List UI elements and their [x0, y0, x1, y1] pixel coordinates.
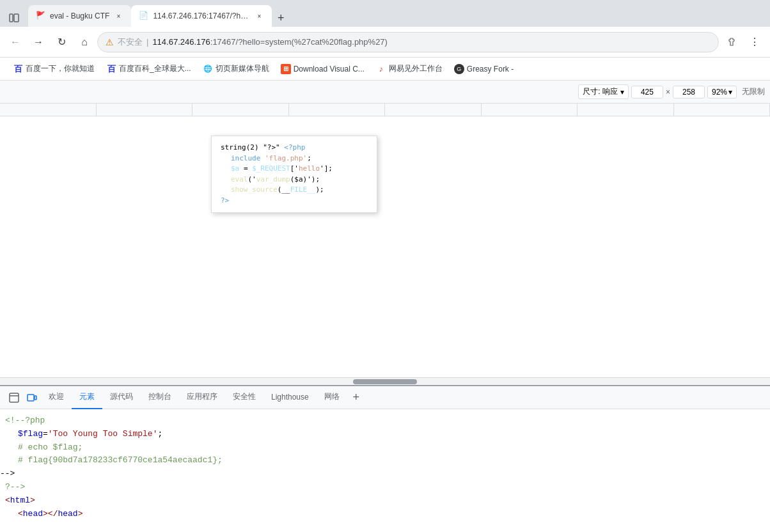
tab-favicon-1: 🚩	[36, 11, 46, 21]
tab-close-2[interactable]: ×	[254, 11, 264, 21]
ruler-seg-3	[192, 104, 289, 116]
bookmark-visual[interactable]: ⊞ Download Visual C...	[276, 61, 370, 77]
horizontal-scrollbar[interactable]	[0, 377, 770, 385]
tab-title-1: eval - Bugku CTF	[50, 12, 109, 20]
bookmark-netease[interactable]: ♪ 网易见外工作台	[371, 61, 448, 77]
ruler-seg-6	[482, 104, 578, 116]
forward-button[interactable]: →	[28, 32, 49, 52]
code-line-5: ?-->	[0, 481, 770, 494]
tab-bar-left	[0, 9, 28, 27]
zoom-percent: 92%	[712, 88, 727, 97]
tab-security[interactable]: 安全性	[225, 386, 263, 409]
menu-button[interactable]: ⋮	[744, 32, 765, 52]
chevron-down-icon: ▾	[620, 88, 624, 97]
code-var-flag: $flag	[18, 428, 43, 441]
scrollbar-thumb[interactable]	[353, 379, 417, 384]
browser-window: 🚩 eval - Bugku CTF × 📄 114.67.246.176:17…	[0, 0, 770, 532]
tab-network-label: 网络	[324, 391, 340, 402]
tab-bar: 🚩 eval - Bugku CTF × 📄 114.67.246.176:17…	[0, 0, 770, 27]
url-display: 114.67.246.176:17467/?hello=system(%27ca…	[152, 37, 388, 47]
ruler-seg-5	[385, 104, 482, 116]
tab-network[interactable]: 网络	[317, 386, 347, 409]
tab-welcome[interactable]: 欢迎	[41, 386, 72, 409]
navigation-bar: ← → ↻ ⌂ ⚠ 不安全 | 114.67.246.176:17467/?he…	[0, 27, 770, 58]
device-toolbar-icon[interactable]	[23, 389, 41, 407]
home-button[interactable]: ⌂	[74, 32, 95, 52]
viewport-area: string(2) "?>" <?php include 'flag.php';…	[0, 116, 770, 385]
svg-rect-3	[28, 395, 34, 401]
tab-elements[interactable]: 元素	[72, 386, 102, 409]
code-html-close-bracket: >	[30, 494, 35, 508]
tab-console[interactable]: 控制台	[141, 386, 179, 409]
code-popup-line3: $a = $_REQUEST['hello'];	[221, 164, 368, 175]
width-input[interactable]	[631, 86, 663, 98]
bookmark-label-baidu-search: 百度一下，你就知道	[26, 63, 95, 74]
tab-ip[interactable]: 📄 114.67.246.176:17467/?hello=sys... ×	[131, 5, 272, 27]
back-button[interactable]: ←	[5, 32, 26, 52]
tab-console-label: 控制台	[148, 391, 171, 402]
code-line-4: # flag{90bd7a178233cf6770ce1a54aecaadc1}…	[0, 454, 770, 467]
code-popup-line2: include 'flag.php';	[221, 153, 368, 164]
code-popup: string(2) "?>" <?php include 'flag.php';…	[211, 136, 377, 213]
svg-rect-4	[35, 396, 36, 400]
code-line-1: <!--?php	[0, 414, 770, 428]
code-popup-line5: show_source(__FILE__);	[221, 185, 368, 196]
devtools-code-panel: <!--?php $flag = 'Too Young Too Simple' …	[0, 409, 770, 532]
tab-eval-bugku[interactable]: 🚩 eval - Bugku CTF ×	[28, 5, 131, 27]
ruler-seg-1	[0, 104, 97, 116]
tab-welcome-label: 欢迎	[49, 391, 64, 402]
tab-source[interactable]: 源代码	[102, 386, 141, 409]
bookmark-greasyfork[interactable]: G Greasy Fork -	[449, 61, 519, 77]
refresh-button[interactable]: ↻	[51, 32, 72, 52]
code-type: string(2) "?>"	[221, 143, 284, 152]
svg-rect-2	[10, 393, 19, 402]
bookmark-favicon-greasyfork: G	[454, 64, 464, 74]
tab-application-label: 应用程序	[187, 391, 217, 402]
bookmark-favicon-netease: ♪	[376, 64, 386, 74]
bookmark-favicon-baidu-search: 百	[13, 64, 23, 74]
code-comment-close: ?-->	[5, 481, 25, 494]
bookmark-baidu-search[interactable]: 百 百度一下，你就知道	[8, 61, 100, 77]
bookmark-baidu-wiki[interactable]: 百 百度百科_全球最大...	[101, 61, 196, 77]
ruler-seg-8	[674, 104, 771, 116]
height-input[interactable]	[673, 86, 705, 98]
extensions-button[interactable]	[721, 32, 742, 52]
security-icon: ⚠	[106, 37, 114, 47]
ruler-seg-4	[289, 104, 386, 116]
tab-application[interactable]: 应用程序	[179, 386, 225, 409]
svg-rect-1	[14, 14, 19, 22]
devtools-tabs-bar: 欢迎 元素 源代码 控制台 应用程序 安全性 Lighthouse 网络	[0, 386, 770, 409]
code-comment-echo: # echo $flag;	[18, 441, 82, 455]
code-popup-line1: string(2) "?>" <?php	[221, 143, 368, 153]
tab-elements-label: 元素	[79, 391, 95, 402]
code-line-6: <html>	[0, 494, 770, 508]
tab-lighthouse[interactable]: Lighthouse	[263, 386, 317, 409]
new-tab-button[interactable]: +	[272, 9, 290, 27]
tab-close-1[interactable]: ×	[113, 11, 123, 21]
viewport-size-select[interactable]: 尺寸: 响应 ▾	[578, 84, 629, 99]
tab-title-2: 114.67.246.176:17467/?hello=sys...	[153, 12, 250, 20]
code-comment-flag: # flag{90bd7a178233cf6770ce1a54aecaadc1}…	[18, 454, 223, 467]
bookmark-label-visual: Download Visual C...	[294, 65, 365, 74]
add-tab-button[interactable]: +	[347, 389, 365, 407]
zoom-select[interactable]: 92% ▾	[707, 86, 737, 98]
ruler-seg-2	[97, 104, 193, 116]
tab-favicon-2: 📄	[139, 11, 149, 21]
address-bar[interactable]: ⚠ 不安全 | 114.67.246.176:17467/?hello=syst…	[97, 32, 719, 52]
ruler-bar	[0, 104, 770, 116]
bookmark-favicon-baidu-wiki: 百	[106, 64, 116, 74]
ruler-seg-7	[578, 104, 674, 116]
svg-rect-0	[10, 14, 13, 22]
sidebar-toggle[interactable]	[5, 9, 23, 27]
viewport-controls: 尺寸: 响应 ▾ × 92% ▾ 无限制	[578, 84, 765, 99]
bookmark-label-baidu-wiki: 百度百科_全球最大...	[119, 63, 191, 74]
code-line-3: # echo $flag;	[0, 441, 770, 455]
inspect-element-icon[interactable]	[5, 389, 23, 407]
code-text-1: <!--?php	[5, 414, 45, 428]
bookmark-qieyenav[interactable]: 🌐 切页新媒体导航	[198, 61, 274, 77]
tab-source-label: 源代码	[110, 391, 133, 402]
dimension-separator: ×	[666, 88, 670, 97]
code-line-7: <head></head>	[0, 508, 770, 521]
devtools-toolbar: 尺寸: 响应 ▾ × 92% ▾ 无限制	[0, 81, 770, 104]
security-label: 不安全	[118, 36, 143, 48]
